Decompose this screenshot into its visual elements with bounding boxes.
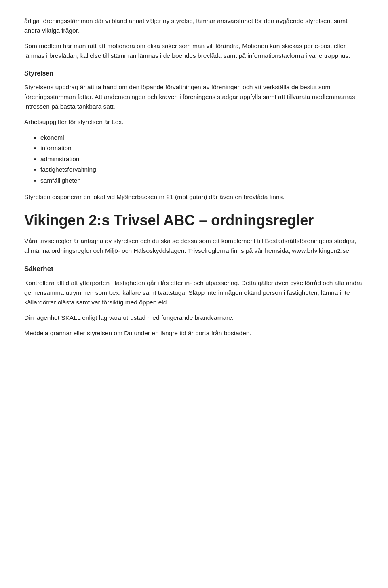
page-container: årliga föreningsstämman där vi bland ann… <box>24 16 364 338</box>
intro-section: årliga föreningsstämman där vi bland ann… <box>24 16 364 61</box>
sakerhet-paragraph-3: Meddela grannar eller styrelsen om Du un… <box>24 328 364 338</box>
sakerhet-paragraph-1: Kontrollera alltid att ytterporten i fas… <box>24 278 364 307</box>
list-item: fastighetsförvaltning <box>40 164 364 175</box>
list-item: ekonomi <box>40 132 364 143</box>
sakerhet-paragraph-2: Din lägenhet SKALL enligt lag vara utrus… <box>24 313 364 323</box>
lokal-paragraph: Styrelsen disponerar en lokal vid Mjölne… <box>24 192 364 202</box>
trivsel-section: Vikingen 2:s Trivsel ABC – ordningsregle… <box>24 212 364 256</box>
sakerhet-section: Säkerhet Kontrollera alltid att ytterpor… <box>24 264 364 338</box>
list-item: information <box>40 143 364 153</box>
trivsel-paragraph-1: Våra trivselregler är antagna av styrels… <box>24 236 364 256</box>
bullet-list: ekonomi information administration fasti… <box>40 132 364 186</box>
styrelsen-section: Styrelsen Styrelsens uppdrag är att ta h… <box>24 69 364 202</box>
styrelsen-paragraph-1: Styrelsens uppdrag är att ta hand om den… <box>24 82 364 111</box>
intro-paragraph: årliga föreningsstämman där vi bland ann… <box>24 16 364 36</box>
trivsel-heading: Vikingen 2:s Trivsel ABC – ordningsregle… <box>24 212 364 229</box>
motion-paragraph: Som medlem har man rätt att motionera om… <box>24 41 364 61</box>
list-item: samfälligheten <box>40 175 364 186</box>
styrelsen-heading: Styrelsen <box>24 69 364 78</box>
sakerhet-heading: Säkerhet <box>24 264 364 274</box>
arbetsuppgifter-intro: Arbetsuppgifter för styrelsen är t.ex. <box>24 117 364 127</box>
list-item: administration <box>40 154 364 164</box>
